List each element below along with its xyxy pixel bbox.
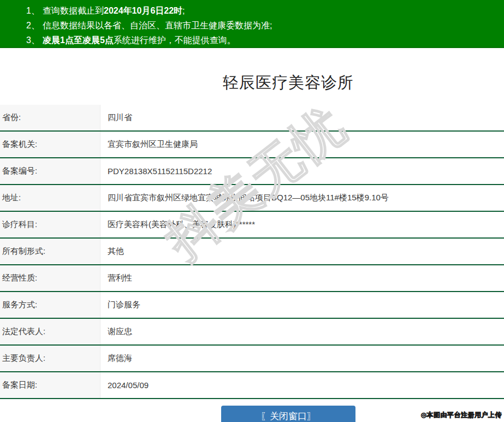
upload-caption: ◎本图由平台注册用户上传 (421, 411, 502, 420)
row-value: 2024/05/09 (100, 372, 504, 398)
notice-line-number: 3、 (26, 33, 43, 47)
notice-line-suffix: 系统进行维护，不能提供查询。 (114, 35, 236, 45)
notice-line-bold: 2024年10月6日22时 (104, 6, 182, 15)
notice-line-1: 1、查询数据截止到2024年10月6日22时; (0, 3, 504, 18)
row-label: 省份: (0, 105, 100, 130)
notice-line-2: 2、信息数据结果以各省、自治区、直辖市卫生健康委数据为准; (0, 18, 504, 33)
record-table: 省份: 四川省 备案机关: 宜宾市叙州区卫生健康局 备案编号: PDY28138… (0, 105, 504, 399)
notice-line-text: 信息数据结果以各省、自治区、直辖市卫生健康委数据为准; (43, 21, 272, 30)
notice-line-bold: 凌晨1点至凌晨5点 (43, 35, 114, 45)
table-row-service-mode: 服务方式: 门诊服务 (0, 292, 504, 319)
table-row-province: 省份: 四川省 (0, 105, 504, 132)
table-row-ownership: 所有制形式: 其他 (0, 239, 504, 265)
row-value: 谢应忠 (100, 319, 504, 344)
table-row-record-date: 备案日期: 2024/05/09 (0, 372, 504, 399)
notice-banner: 1、查询数据截止到2024年10月6日22时; 2、信息数据结果以各省、自治区、… (0, 0, 504, 48)
row-value: 其他 (100, 239, 504, 264)
table-row-main-person: 主要负责人: 席德海 (0, 346, 504, 372)
row-value: 四川省 (100, 105, 504, 130)
table-row-record-number: 备案编号: PDY28138X51152115D2212 (0, 158, 504, 185)
row-label: 备案机关: (0, 132, 100, 157)
row-value: 宜宾市叙州区卫生健康局 (100, 132, 504, 157)
row-value: 席德海 (100, 346, 504, 371)
notice-line-number: 2、 (26, 18, 43, 33)
page-title: 轻辰医疗美容诊所 (73, 72, 504, 94)
close-window-button[interactable]: 〖关闭窗口〗 (221, 406, 355, 422)
row-value: PDY28138X51152115D2212 (100, 158, 504, 184)
notice-line-text: 查询数据截止到 (43, 6, 104, 15)
row-label: 服务方式: (0, 292, 100, 318)
row-value: 营利性 (100, 265, 504, 291)
table-row-business-nature: 经营性质: 营利性 (0, 265, 504, 292)
row-value: 医疗美容科(美容外科、美容皮肤科)****** (100, 212, 504, 237)
title-area: 轻辰医疗美容诊所 (0, 72, 504, 94)
row-label: 法定代表人: (0, 319, 100, 344)
row-value: 四川省宜宾市叙州区绿地宜宾城际空间站项目BQ12—05地块11#楼15楼9.10… (100, 185, 504, 211)
row-label: 所有制形式: (0, 239, 100, 264)
notice-line-number: 1、 (26, 3, 43, 18)
row-label: 诊疗科目: (0, 212, 100, 237)
row-label: 备案编号: (0, 158, 100, 184)
notice-line-suffix: ; (182, 6, 185, 15)
row-label: 主要负责人: (0, 346, 100, 371)
table-row-address: 地址: 四川省宜宾市叙州区绿地宜宾城际空间站项目BQ12—05地块11#楼15楼… (0, 185, 504, 212)
row-label: 备案日期: (0, 372, 100, 398)
table-row-medical-subjects: 诊疗科目: 医疗美容科(美容外科、美容皮肤科)****** (0, 212, 504, 239)
row-value: 门诊服务 (100, 292, 504, 318)
table-row-legal-representative: 法定代表人: 谢应忠 (0, 319, 504, 346)
row-label: 地址: (0, 185, 100, 211)
notice-line-3: 3、凌晨1点至凌晨5点系统进行维护，不能提供查询。 (0, 33, 504, 47)
table-row-authority: 备案机关: 宜宾市叙州区卫生健康局 (0, 132, 504, 158)
row-label: 经营性质: (0, 265, 100, 291)
